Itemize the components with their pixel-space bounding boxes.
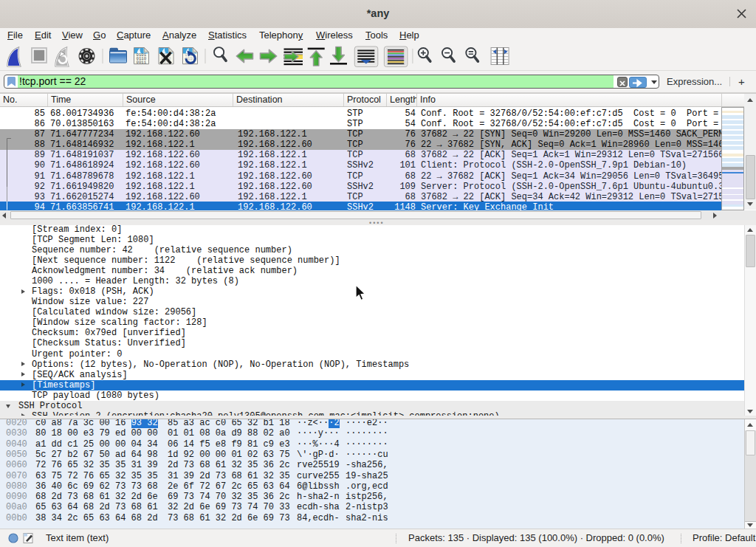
svg-text:0011: 0011 [137,60,147,65]
